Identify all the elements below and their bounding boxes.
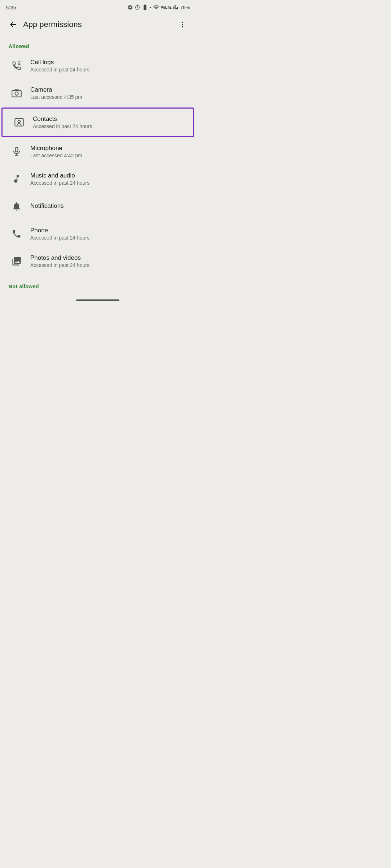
lte-indicator: VoLTE [161,5,172,9]
status-time: 5:35 [6,4,16,10]
call-logs-name: Call logs [30,59,89,66]
contacts-sub: Accessed in past 24 hours [33,123,92,129]
contacts-name: Contacts [33,115,92,123]
call-logs-item[interactable]: Call logs Accessed in past 24 hours [0,52,196,79]
microphone-sub: Last accessed 4:42 pm [30,153,82,158]
battery-icon [142,4,148,10]
music-audio-text: Music and audio Accessed in past 24 hour… [30,172,89,186]
camera-item[interactable]: Camera Last accessed 4:35 pm [0,79,196,107]
settings-icon [127,4,133,10]
camera-sub: Last accessed 4:35 pm [30,94,82,100]
microphone-text: Microphone Last accessed 4:42 pm [30,145,82,158]
status-icons: ● VoLTE 79% [127,4,190,10]
phone-icon [9,226,25,242]
allowed-section-header: Allowed [0,36,196,52]
music-svg [12,174,22,184]
photos-svg [12,256,22,266]
nav-pill [76,299,119,301]
page-title: App permissions [23,20,175,29]
microphone-svg [12,146,22,157]
bottom-indicator [0,295,196,304]
photos-videos-sub: Accessed in past 24 hours [30,262,89,268]
call-logs-svg [12,61,22,71]
music-audio-item[interactable]: Music and audio Accessed in past 24 hour… [0,165,196,193]
signal-icon [173,4,179,10]
music-audio-name: Music and audio [30,172,89,179]
phone-sub: Accessed in past 24 hours [30,235,89,241]
more-options-button[interactable] [175,17,190,32]
camera-name: Camera [30,86,82,93]
music-icon [9,171,25,187]
svg-rect-8 [16,147,18,152]
svg-point-5 [15,92,18,95]
back-button[interactable] [6,17,20,32]
notifications-text: Notifications [30,202,64,210]
svg-marker-4 [12,89,21,91]
status-bar: 5:35 ● VoLTE 79% [0,0,196,13]
battery-percentage: 79% [180,5,190,10]
dot-indicator: ● [150,6,151,9]
back-icon [9,20,17,29]
svg-point-7 [18,120,21,123]
camera-icon [9,85,25,101]
music-audio-sub: Accessed in past 24 hours [30,180,89,186]
phone-svg [12,229,22,239]
contacts-text: Contacts Accessed in past 24 hours [33,115,92,129]
svg-rect-6 [15,119,23,126]
notifications-name: Notifications [30,202,64,210]
call-logs-sub: Accessed in past 24 hours [30,67,89,73]
contacts-icon [11,114,27,130]
camera-text: Camera Last accessed 4:35 pm [30,86,82,100]
camera-svg [12,88,22,98]
microphone-icon [9,144,25,159]
photos-videos-item[interactable]: Photos and videos Accessed in past 24 ho… [0,247,196,275]
phone-name: Phone [30,227,89,234]
call-logs-text: Call logs Accessed in past 24 hours [30,59,89,73]
photos-videos-name: Photos and videos [30,254,89,262]
phone-item[interactable]: Phone Accessed in past 24 hours [0,220,196,247]
not-allowed-section-header: Not allowed [0,275,196,292]
app-bar: App permissions [0,13,196,36]
more-icon [178,20,187,29]
notifications-icon [9,198,25,214]
microphone-name: Microphone [30,145,82,152]
notifications-svg [12,201,22,211]
contacts-svg [14,117,24,127]
timer-icon [135,4,140,10]
photos-icon [9,253,25,269]
photos-videos-text: Photos and videos Accessed in past 24 ho… [30,254,89,268]
wifi-icon [153,4,159,10]
notifications-item[interactable]: Notifications [0,193,196,220]
contacts-item[interactable]: Contacts Accessed in past 24 hours [1,108,194,137]
call-logs-icon [9,58,25,74]
microphone-item[interactable]: Microphone Last accessed 4:42 pm [0,138,196,165]
phone-text: Phone Accessed in past 24 hours [30,227,89,241]
